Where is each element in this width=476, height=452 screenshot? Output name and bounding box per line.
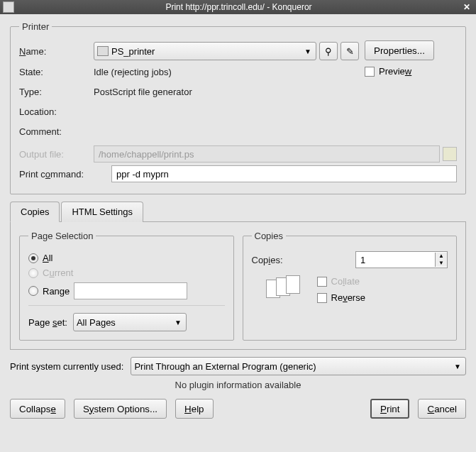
collate-checkbox: Collate — [317, 276, 365, 287]
page-set-combo[interactable]: All Pages ▼ — [73, 313, 187, 331]
checkbox-icon — [317, 293, 327, 303]
chevron-down-icon: ▼ — [436, 260, 447, 267]
radio-range[interactable]: Range — [28, 282, 225, 299]
copies-group: Copies Copies: 1 ▲▼ Collate — [243, 231, 458, 341]
wand-icon: ✎ — [346, 46, 354, 57]
properties-button[interactable]: Properties... — [365, 40, 434, 60]
reverse-label: Reverse — [331, 292, 365, 303]
copies-legend: Copies — [252, 231, 286, 241]
radio-icon — [28, 253, 38, 263]
print-system-combo[interactable]: Print Through an External Program (gener… — [131, 357, 466, 375]
print-system-value: Print Through an External Program (gener… — [134, 361, 453, 372]
print-command-field[interactable] — [111, 165, 457, 182]
chevron-down-icon: ▼ — [453, 363, 463, 370]
collapse-button[interactable]: Collapse — [10, 399, 65, 419]
radio-all-label: All — [43, 253, 52, 263]
tab-html-settings[interactable]: HTML Settings — [61, 202, 143, 222]
print-system-label: Print system currently used: — [10, 361, 123, 372]
collate-preview-icon — [266, 275, 309, 304]
chevron-down-icon: ▼ — [303, 48, 313, 55]
chevron-up-icon: ▲ — [436, 253, 447, 260]
help-button[interactable]: Help — [175, 399, 213, 419]
copies-value: 1 — [356, 255, 435, 265]
printer-name-combo[interactable]: PS_printer ▼ — [94, 42, 316, 60]
radio-current-label: Current — [43, 268, 73, 278]
name-label: Name: — [19, 46, 94, 57]
checkbox-icon — [365, 67, 375, 77]
spin-arrows[interactable]: ▲▼ — [435, 253, 447, 267]
output-file-field — [94, 145, 440, 162]
page-selection-legend: Page Selection — [28, 231, 96, 241]
browse-icon — [443, 147, 457, 161]
checkbox-icon — [317, 277, 327, 287]
collate-label: Collate — [331, 276, 360, 287]
title-bar: Print http://ppr.trincoll.edu/ - Konquer… — [0, 0, 476, 14]
printer-group: Printer Name: PS_printer ▼ ⚲ ✎ State: Id… — [10, 21, 466, 194]
close-icon[interactable]: ✕ — [460, 2, 473, 12]
page-set-label: Page set: — [28, 317, 67, 328]
printer-legend: Printer — [19, 21, 52, 32]
printer-icon — [97, 46, 109, 56]
radio-all[interactable]: All — [28, 253, 225, 263]
window-icon — [3, 1, 14, 13]
window-title: Print http://ppr.trincoll.edu/ - Konquer… — [17, 2, 460, 12]
comment-label: Comment: — [19, 126, 94, 137]
page-selection-group: Page Selection All Current Range Page se… — [19, 231, 234, 341]
wizard-button[interactable]: ✎ — [341, 42, 359, 60]
type-value: PostScript file generator — [94, 87, 192, 97]
filter-button[interactable]: ⚲ — [319, 42, 338, 60]
state-label: State: — [19, 67, 94, 77]
tab-copies[interactable]: Copies — [10, 202, 60, 222]
page-set-value: All Pages — [77, 317, 173, 328]
radio-icon — [28, 286, 38, 296]
radio-current: Current — [28, 268, 225, 278]
system-options-button[interactable]: System Options... — [74, 399, 167, 419]
chevron-down-icon: ▼ — [173, 319, 183, 326]
copies-spinbox[interactable]: 1 ▲▼ — [355, 251, 448, 268]
range-field[interactable] — [74, 282, 187, 299]
radio-icon — [28, 268, 38, 278]
preview-label: Preview — [379, 66, 411, 77]
type-label: Type: — [19, 87, 94, 97]
no-plugin-text: No plugin information available — [10, 380, 466, 390]
funnel-icon: ⚲ — [325, 46, 332, 57]
reverse-checkbox[interactable]: Reverse — [317, 292, 365, 303]
footer-bar: Collapse System Options... Help Print Ca… — [10, 399, 466, 419]
tab-bar: Copies HTML Settings — [10, 202, 466, 222]
dialog-body: Printer Name: PS_printer ▼ ⚲ ✎ State: Id… — [0, 14, 476, 452]
cancel-button[interactable]: Cancel — [418, 399, 466, 419]
state-value: Idle (rejecting jobs) — [94, 67, 172, 77]
preview-checkbox[interactable]: Preview — [365, 66, 411, 77]
print-button[interactable]: Print — [370, 399, 409, 419]
location-label: Location: — [19, 106, 94, 117]
copies-count-label: Copies: — [252, 255, 301, 265]
radio-range-label: Range — [43, 286, 70, 297]
tab-panel-copies: Page Selection All Current Range Page se… — [10, 221, 466, 350]
print-command-label: Print command: — [19, 169, 111, 180]
output-file-label: Output file: — [19, 149, 94, 160]
printer-name-value: PS_printer — [111, 46, 303, 57]
